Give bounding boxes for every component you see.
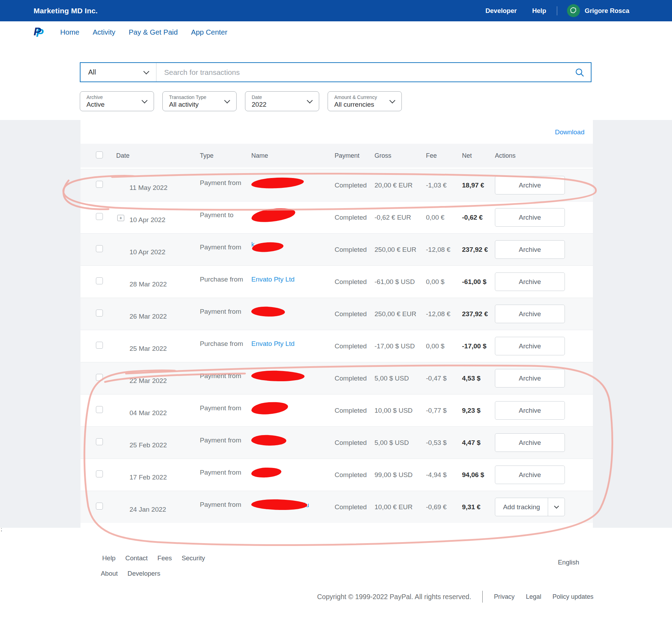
gross-amount: 20,00 € EUR <box>374 182 413 189</box>
gross-amount: -0,62 € EUR <box>374 214 411 221</box>
payment-status: Completed <box>335 407 367 414</box>
payment-status: Completed <box>335 278 367 285</box>
archive-button[interactable]: Archive <box>495 401 565 420</box>
redaction-scribble <box>251 177 304 189</box>
help-link[interactable]: Help <box>532 7 546 15</box>
transaction-type: Payment from <box>200 308 241 315</box>
footer-link-about[interactable]: About <box>101 570 118 577</box>
add-tracking-label[interactable]: Add tracking <box>495 498 548 516</box>
table-row: + 10 Apr 2022 Payment to Completed -0,62… <box>80 201 593 233</box>
download-link[interactable]: Download <box>555 128 585 136</box>
chevron-down-icon <box>307 97 313 103</box>
search-input[interactable] <box>156 63 568 81</box>
payment-status: Completed <box>335 182 367 189</box>
filter-chip-transaction-type[interactable]: Transaction TypeAll activity <box>162 91 237 111</box>
business-name[interactable]: Marketing MD Inc. <box>34 7 98 15</box>
filter-label: Archive <box>86 94 105 100</box>
filter-chip-date[interactable]: Date2022 <box>245 91 319 111</box>
tracking-options-chevron[interactable] <box>548 498 565 516</box>
nav-item-home[interactable]: Home <box>60 28 79 36</box>
footer-link-policy-updates[interactable]: Policy updates <box>552 593 593 601</box>
svg-text:P: P <box>34 26 41 38</box>
archive-button[interactable]: Archive <box>495 240 565 259</box>
archive-button[interactable]: Archive <box>495 466 565 484</box>
transaction-date: 28 Mar 2022 <box>130 281 167 288</box>
counterparty-link[interactable]: Envato Pty Ltd <box>251 340 295 348</box>
footer-link-help[interactable]: Help <box>102 554 115 562</box>
column-header-actions: Actions <box>495 152 593 159</box>
row-checkbox[interactable] <box>96 342 103 349</box>
user-name[interactable]: Grigore Rosca <box>585 7 630 15</box>
row-checkbox[interactable] <box>96 245 103 252</box>
gross-amount: 5,00 $ USD <box>374 439 409 446</box>
row-checkbox[interactable] <box>96 181 103 188</box>
fee-amount: -4,94 $ <box>426 471 447 478</box>
archive-button[interactable]: Archive <box>495 305 565 323</box>
footer-link-security[interactable]: Security <box>182 554 205 562</box>
search-button[interactable] <box>568 63 591 81</box>
fee-amount: 0,00 $ <box>426 342 444 350</box>
user-avatar[interactable] <box>567 4 580 17</box>
footer-link-fees[interactable]: Fees <box>158 554 172 562</box>
footer-link-contact[interactable]: Contact <box>125 554 148 562</box>
payment-status: Completed <box>335 214 367 221</box>
transactions-card: Download Date Type Name Payment Gross Fe… <box>80 120 593 528</box>
redaction-scribble <box>251 434 286 446</box>
row-checkbox[interactable] <box>96 310 103 317</box>
developer-link[interactable]: Developer <box>485 7 517 15</box>
nav-item-activity[interactable]: Activity <box>93 28 115 36</box>
filter-label: Amount & Currency <box>334 94 377 100</box>
nav-item-app-center[interactable]: App Center <box>191 28 227 36</box>
top-bar-right: Developer Help Grigore Rosca <box>470 4 629 17</box>
archive-button[interactable]: Archive <box>495 176 565 194</box>
footer-links-row-2: AboutDevelopers <box>101 570 160 577</box>
table-row: + 22 Mar 2022 Payment from Completed 5,0… <box>80 362 593 394</box>
table-row: + 25 Feb 2022 Payment from Completed 5,0… <box>80 426 593 459</box>
archive-button[interactable]: Archive <box>495 433 565 452</box>
language-selector[interactable]: English <box>558 559 579 566</box>
payment-status: Completed <box>335 310 367 318</box>
search-scope-value: All <box>88 68 96 76</box>
payment-status: Completed <box>335 439 367 446</box>
chevron-down-icon <box>224 97 230 103</box>
gross-amount: 99,00 $ USD <box>374 471 413 478</box>
search-scope-dropdown[interactable]: All <box>80 63 156 81</box>
select-all-checkbox[interactable] <box>96 151 103 158</box>
row-checkbox[interactable] <box>96 470 103 477</box>
filter-chip-archive[interactable]: ArchiveActive <box>80 91 154 111</box>
row-checkbox[interactable] <box>96 213 103 220</box>
fee-amount: -0,77 $ <box>426 407 447 414</box>
archive-button[interactable]: Archive <box>495 369 565 388</box>
nav-item-pay-get-paid[interactable]: Pay & Get Paid <box>129 28 178 36</box>
payment-status: Completed <box>335 342 367 350</box>
transaction-type: Payment from <box>200 179 241 186</box>
payment-status: Completed <box>335 503 367 511</box>
column-header-fee: Fee <box>426 152 462 159</box>
footer-links-row-1: HelpContactFeesSecurity <box>102 554 205 562</box>
row-checkbox[interactable] <box>96 374 103 381</box>
archive-button[interactable]: Archive <box>495 337 565 355</box>
archive-button[interactable]: Archive <box>495 208 565 227</box>
column-header-net: Net <box>462 152 495 159</box>
gross-amount: 10,00 $ USD <box>374 407 413 414</box>
footer-link-legal[interactable]: Legal <box>526 593 541 601</box>
transaction-search-bar: All <box>80 62 592 82</box>
transaction-date: 04 Mar 2022 <box>130 409 167 417</box>
row-checkbox[interactable] <box>96 438 103 445</box>
table-header-row: Date Type Name Payment Gross Fee Net Act… <box>80 144 593 168</box>
fee-amount: -0,53 $ <box>426 439 447 446</box>
row-checkbox[interactable] <box>96 503 103 510</box>
footer-link-privacy[interactable]: Privacy <box>494 593 514 601</box>
footer-link-developers[interactable]: Developers <box>127 570 160 577</box>
filter-chip-amount-currency[interactable]: Amount & CurrencyAll currencies <box>328 91 402 111</box>
table-row: + 11 May 2022 Payment from Completed 20,… <box>80 169 593 201</box>
archive-button[interactable]: Archive <box>495 272 565 291</box>
paypal-logo[interactable]: P P <box>34 26 44 38</box>
row-checkbox[interactable] <box>96 406 103 413</box>
search-icon <box>574 67 585 78</box>
expand-row-button[interactable]: + <box>117 215 124 221</box>
table-row: + 28 Mar 2022 Purchase from Envato Pty L… <box>80 265 593 298</box>
add-tracking-button[interactable]: Add tracking <box>495 498 565 516</box>
counterparty-link[interactable]: Envato Pty Ltd <box>251 276 295 283</box>
row-checkbox[interactable] <box>96 277 103 284</box>
